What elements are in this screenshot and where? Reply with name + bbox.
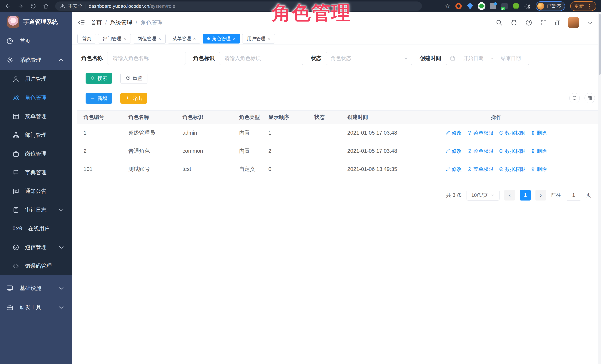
extension-icon-proxy-on[interactable] [501,3,508,9]
browser-update-button[interactable]: 更新 ⋮ [570,1,596,11]
browser-reload-icon[interactable] [30,3,36,9]
calendar-icon [450,56,455,61]
tab-roles-active[interactable]: 角色管理× [203,34,240,43]
tab-menus[interactable]: 菜单管理× [168,34,200,43]
sidebar-item-dev-tools[interactable]: 研发工具 [0,298,72,317]
breadcrumb-home[interactable]: 首页 [91,19,102,27]
menu-permission-link[interactable]: 菜单权限 [467,166,493,173]
avatar-caret-icon[interactable] [587,19,594,26]
bookmark-star-icon[interactable]: ☆ [445,2,450,10]
role-key-input[interactable] [219,52,303,65]
browser-profile-chip[interactable]: 已暂停 [536,1,565,11]
sidebar-item-sms[interactable]: 短信管理 [0,238,72,257]
edit-link[interactable]: 修改 [446,166,462,173]
delete-link[interactable]: 删除 [531,130,547,136]
tab-users[interactable]: 用户管理× [242,34,275,43]
sidebar-item-departments[interactable]: 部门管理 [0,126,72,144]
table-header-row: 角色编号 角色名称 角色标识 角色类型 显示顺序 状态 创建时间 操作 [77,110,598,124]
sidebar-bottom-group: 基础设施 研发工具 [0,279,72,317]
date-range-picker[interactable]: 开始日期 - 结束日期 [446,52,529,65]
browser-forward-icon[interactable] [17,3,24,9]
sidebar-item-posts[interactable]: 岗位管理 [0,144,72,163]
role-name-input[interactable] [107,52,186,65]
user-avatar[interactable] [568,17,579,28]
circle-check-icon [499,130,504,135]
browser-back-icon[interactable] [5,3,11,9]
sidebar-item-online-users[interactable]: 0x0 在线用户 [0,219,72,238]
close-icon[interactable]: × [268,36,270,41]
sidebar-item-audit-log[interactable]: 审计日志 [0,200,72,219]
goto-page-input[interactable] [566,190,581,200]
sidebar-item-users[interactable]: 用户管理 [0,70,72,88]
trash-icon [531,130,535,135]
app-logo-row[interactable]: 芋道管理系统 [0,12,72,31]
edit-link[interactable]: 修改 [446,130,462,136]
sidebar-item-error-codes[interactable]: 错误码管理 [0,257,72,275]
close-icon[interactable]: × [123,36,126,41]
sidebar-item-menus[interactable]: 菜单管理 [0,107,72,126]
status-select[interactable]: 角色状态 [326,52,412,65]
vertical-scrollbar[interactable] [598,12,601,364]
sidebar-item-roles[interactable]: 角色管理 [0,88,72,107]
data-permission-link[interactable]: 数据权限 [499,130,525,136]
current-page-button[interactable]: 1 [520,190,531,200]
reset-button[interactable]: 重置 [120,73,147,84]
sidebar-item-label: 部门管理 [25,131,47,139]
breadcrumb-system[interactable]: 系统管理 [110,19,132,27]
prev-page-button[interactable]: ‹ [504,190,515,200]
delete-link[interactable]: 删除 [531,148,547,154]
message-icon [12,188,20,195]
download-icon [125,96,130,101]
menu-permission-link[interactable]: 菜单权限 [467,130,493,136]
fullscreen-icon[interactable] [540,19,547,26]
sidebar-fold-icon[interactable] [77,19,85,27]
extension-icon-green[interactable] [478,3,485,9]
sidebar-item-home[interactable]: 首页 [0,31,72,50]
extension-icon-tampermonkey[interactable] [513,3,519,9]
browser-menu-icon[interactable]: ⋮ [587,3,592,9]
extension-icon-gem[interactable] [467,3,473,9]
data-permission-link[interactable]: 数据权限 [499,166,525,173]
sidebar-item-infrastructure[interactable]: 基础设施 [0,279,72,298]
browser-home-icon[interactable] [43,3,49,9]
sidebar-item-system[interactable]: 系统管理 [0,50,72,70]
column-settings-button[interactable] [584,93,595,103]
cell-sort: 2 [262,148,308,154]
sidebar-item-label: 字典管理 [25,169,47,176]
next-page-button[interactable]: › [535,190,546,200]
tab-posts[interactable]: 岗位管理× [133,34,166,43]
data-permission-link[interactable]: 数据权限 [499,148,525,154]
close-icon[interactable]: × [233,36,235,41]
page-content: 角色名称 角色标识 状态 角色状态 创建时间 开始日期 - 结束日期 [72,44,601,364]
delete-link[interactable]: 删除 [531,166,547,173]
scrollbar-thumb[interactable] [599,14,601,75]
close-icon[interactable]: × [193,36,196,41]
circle-check-icon [499,149,504,153]
code-icon [12,263,20,270]
edit-link[interactable]: 修改 [446,148,462,154]
column-header-sort: 显示顺序 [262,114,308,121]
close-icon[interactable]: × [158,36,161,41]
sidebar-item-dict[interactable]: 字典管理 [0,163,72,182]
search-icon[interactable] [496,19,503,26]
sidebar-submenu-system: 用户管理 角色管理 菜单管理 部门管理 岗位管理 [0,70,72,275]
extensions-puzzle-icon[interactable] [524,3,531,9]
add-button[interactable]: 新增 [86,93,112,104]
table-tools [569,93,595,103]
menu-permission-link[interactable]: 菜单权限 [467,148,493,154]
address-bar[interactable]: 不安全 dashboard.yudao.iocoder.cn/system/ro… [55,1,422,11]
help-icon[interactable] [525,19,532,26]
extension-icon-orange[interactable] [455,3,462,9]
search-button-row: 搜索 重置 [86,73,598,84]
refresh-table-button[interactable] [569,93,580,103]
not-secure-warning-icon [60,3,65,9]
tab-home[interactable]: 首页 [77,34,96,43]
extension-icon-grid[interactable] [490,3,496,9]
sidebar-item-notice[interactable]: 通知公告 [0,182,72,200]
tab-departments[interactable]: 部门管理× [98,34,131,43]
search-button[interactable]: 搜索 [86,73,112,84]
github-icon[interactable] [511,19,518,26]
page-size-select[interactable]: 10条/页 [467,190,500,200]
export-button[interactable]: 导出 [120,93,147,104]
font-size-icon[interactable]: tT [555,19,560,26]
